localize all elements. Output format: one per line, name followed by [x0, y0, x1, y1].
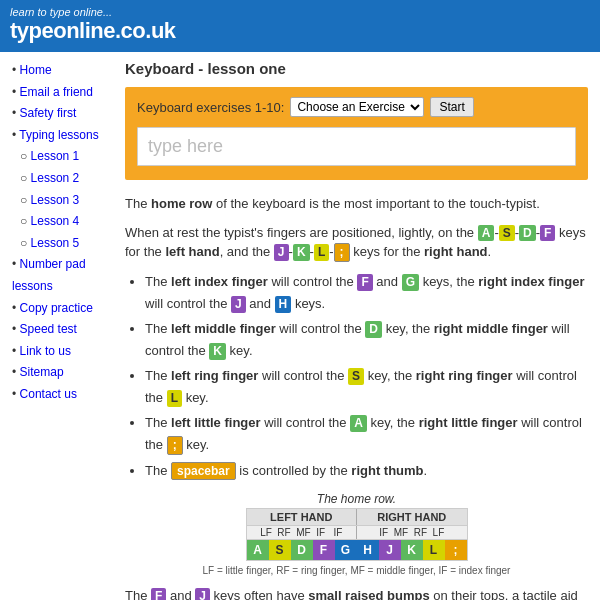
- exercise-controls: Keyboard exercises 1-10: Choose an Exerc…: [137, 97, 576, 117]
- key-L: L: [314, 244, 329, 261]
- main-content: Keyboard - lesson one Keyboard exercises…: [115, 52, 600, 600]
- key-F: F: [540, 225, 555, 242]
- sidebar-item-safety[interactable]: Safety first: [20, 106, 77, 120]
- key-semi-inline: ;: [167, 436, 183, 455]
- page-title: Keyboard - lesson one: [125, 60, 588, 77]
- list-item-thumb: The spacebar is controlled by the right …: [145, 460, 588, 482]
- exercise-select[interactable]: Choose an Exercise: [290, 97, 424, 117]
- left-hand-label: left hand: [165, 244, 219, 259]
- diagram-key-D: D: [291, 540, 313, 560]
- sidebar-item-lesson1[interactable]: Lesson 1: [31, 149, 80, 163]
- list-item-ring: The left ring finger will control the S …: [145, 365, 588, 409]
- sidebar-item-lesson4[interactable]: Lesson 4: [31, 214, 80, 228]
- sidebar-item-copy[interactable]: Copy practice: [20, 301, 93, 315]
- key-spacebar: spacebar: [171, 462, 236, 481]
- diagram-key-G: G: [335, 540, 357, 560]
- key-J-inline: J: [231, 296, 246, 313]
- sidebar-item-sitemap[interactable]: Sitemap: [20, 365, 64, 379]
- home-row-diagram-label: The home row.: [125, 492, 588, 506]
- exercise-label: Keyboard exercises 1-10:: [137, 100, 284, 115]
- diagram-key-J: J: [379, 540, 401, 560]
- diagram-key-F: F: [313, 540, 335, 560]
- sidebar-item-home[interactable]: Home: [20, 63, 52, 77]
- sidebar-item-typing-lessons[interactable]: Typing lessons: [19, 128, 98, 142]
- key-S: S: [499, 225, 515, 242]
- keys-row: A S D F G H J K L ;: [247, 539, 467, 560]
- key-A-inline: A: [350, 415, 367, 432]
- finger-labels: LF RF MF IF IF IF MF RF LF: [247, 525, 467, 539]
- key-A: A: [478, 225, 495, 242]
- sidebar-item-lesson2[interactable]: Lesson 2: [31, 171, 80, 185]
- list-item-little: The left little finger will control the …: [145, 412, 588, 456]
- diagram-key-A: A: [247, 540, 269, 560]
- key-J: J: [274, 244, 289, 261]
- key-S-inline: S: [348, 368, 364, 385]
- key-K-inline: K: [209, 343, 226, 360]
- diagram-key-semi: ;: [445, 540, 467, 560]
- finger-list: The left index finger will control the F…: [145, 271, 588, 482]
- diagram-key-K: K: [401, 540, 423, 560]
- home-row-header: LEFT HAND RIGHT HAND: [247, 509, 467, 525]
- sidebar-item-email[interactable]: Email a friend: [20, 85, 93, 99]
- key-H-inline: H: [275, 296, 292, 313]
- key-G-inline: G: [402, 274, 419, 291]
- list-item-index: The left index finger will control the F…: [145, 271, 588, 315]
- site-header: learn to type online... typeonline.co.uk: [0, 0, 600, 52]
- diagram-key-L: L: [423, 540, 445, 560]
- sidebar-item-contact[interactable]: Contact us: [20, 387, 77, 401]
- key-F-bumps: F: [151, 588, 166, 600]
- left-hand-header: LEFT HAND: [247, 509, 358, 525]
- sidebar-item-lesson3[interactable]: Lesson 3: [31, 193, 80, 207]
- site-tagline: learn to type online...: [10, 6, 590, 18]
- key-D: D: [519, 225, 536, 242]
- sidebar-item-link[interactable]: Link to us: [20, 344, 71, 358]
- key-L-inline: L: [167, 390, 182, 407]
- key-F-inline: F: [357, 274, 372, 291]
- home-row-table: LEFT HAND RIGHT HAND LF RF MF IF IF IF M…: [246, 508, 468, 561]
- finger-legend: LF = little finger, RF = ring finger, MF…: [125, 565, 588, 576]
- finger-labels-left: LF RF MF IF IF: [247, 526, 358, 539]
- diagram-key-H: H: [357, 540, 379, 560]
- key-K: K: [293, 244, 310, 261]
- sidebar-item-numpad[interactable]: Number pad lessons: [12, 257, 86, 293]
- key-semicolon: ;: [334, 243, 350, 262]
- start-button[interactable]: Start: [430, 97, 473, 117]
- sidebar: Home Email a friend Safety first Typing …: [0, 52, 115, 600]
- sidebar-item-speed[interactable]: Speed test: [20, 322, 77, 336]
- site-title: typeonline.co.uk: [10, 18, 590, 44]
- para-bumps: The F and J keys often have small raised…: [125, 586, 588, 600]
- right-hand-label: right hand: [424, 244, 488, 259]
- para-homerow: The home row of the keyboard is the most…: [125, 194, 588, 214]
- main-layout: Home Email a friend Safety first Typing …: [0, 52, 600, 600]
- list-item-middle-left: The left middle finger will control the …: [145, 318, 588, 362]
- home-row-diagram: The home row. LEFT HAND RIGHT HAND LF RF…: [125, 492, 588, 576]
- diagram-key-S: S: [269, 540, 291, 560]
- key-J-bumps: J: [195, 588, 210, 600]
- exercise-box: Keyboard exercises 1-10: Choose an Exerc…: [125, 87, 588, 180]
- type-here-box[interactable]: type here: [137, 127, 576, 166]
- para-rest: When at rest the typist's fingers are po…: [125, 223, 588, 262]
- right-hand-header: RIGHT HAND: [357, 509, 467, 525]
- finger-labels-right: IF MF RF LF: [357, 526, 467, 539]
- homerow-bold: home row: [151, 196, 212, 211]
- type-here-text: type here: [148, 136, 223, 156]
- key-D-inline: D: [365, 321, 382, 338]
- sidebar-item-lesson5[interactable]: Lesson 5: [31, 236, 80, 250]
